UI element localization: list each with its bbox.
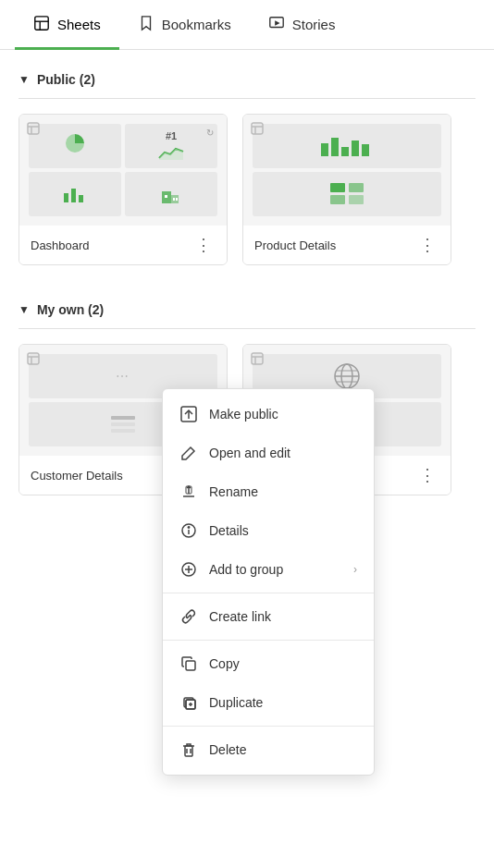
menu-item-delete[interactable]: Delete [163,730,374,769]
duplicate-label: Duplicate [209,695,357,710]
menu-item-make-public[interactable]: Make public [163,395,374,434]
rename-icon [179,483,198,501]
duplicate-icon [179,693,198,712]
open-edit-icon [179,444,198,462]
add-to-group-icon [179,560,198,579]
menu-item-copy[interactable]: Copy [163,644,374,683]
menu-item-details[interactable]: Details [163,511,374,550]
menu-item-rename[interactable]: Rename [163,472,374,511]
make-public-label: Make public [209,407,357,422]
delete-label: Delete [209,742,357,757]
add-to-group-arrow: › [353,563,357,576]
rename-label: Rename [209,484,357,499]
delete-icon [179,740,198,759]
copy-icon [179,654,198,673]
make-public-icon [179,405,198,423]
create-link-icon [179,607,198,626]
menu-divider-3 [163,726,374,727]
svg-rect-52 [186,661,195,670]
menu-divider-1 [163,593,374,593]
copy-label: Copy [209,656,357,671]
svg-rect-58 [185,746,192,756]
menu-item-duplicate[interactable]: Duplicate [163,683,374,722]
menu-divider-2 [163,640,374,641]
details-icon [179,521,198,540]
svg-point-48 [188,527,189,528]
context-menu-overlay: Make public Open and edit Rename [0,0,494,868]
menu-item-open-edit[interactable]: Open and edit [163,434,374,472]
open-edit-label: Open and edit [209,446,357,460]
create-link-label: Create link [209,609,357,624]
add-to-group-label: Add to group [209,562,342,577]
context-menu: Make public Open and edit Rename [162,388,375,776]
menu-item-add-to-group[interactable]: Add to group › [163,550,374,589]
menu-item-create-link[interactable]: Create link [163,597,374,636]
details-label: Details [209,523,357,538]
